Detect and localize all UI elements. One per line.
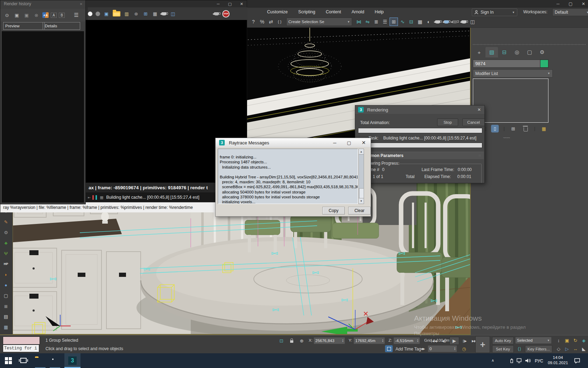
menu-help[interactable]: Help [370, 9, 389, 14]
vfb-progress-grid-icon[interactable]: ▦ [99, 193, 104, 201]
rendering-close-button[interactable]: ✕ [477, 107, 481, 112]
curve-editor-icon[interactable]: ∿ [398, 18, 407, 26]
dining-table[interactable] [136, 237, 438, 335]
workspaces-dropdown[interactable]: Default ▼ [552, 8, 588, 16]
vfb-clear-icon[interactable]: ⊗ [133, 10, 139, 18]
rendering-title-bar[interactable]: 3 Rendering ✕ [355, 105, 484, 114]
time-tag-icon[interactable] [385, 345, 393, 352]
tab-motion[interactable]: ◎ [511, 47, 523, 57]
rh-set-b-icon[interactable]: B [59, 13, 65, 18]
vfb-compare-icon[interactable]: ◫ [170, 10, 176, 18]
raytrace-copy-button[interactable]: Copy [322, 207, 345, 214]
tray-usb-icon[interactable] [510, 358, 514, 364]
isolate-selection-toggle[interactable]: ⊡ [278, 337, 285, 345]
key-filters-button[interactable]: Key Filters... [525, 345, 552, 353]
raytrace-title-bar[interactable]: 3 Raytrace Messages ─ ▢ ✕ [216, 138, 371, 147]
macro-cube-icon[interactable]: ◼ [2, 302, 10, 310]
make-unique-icon[interactable]: ⊞ [509, 125, 517, 132]
macro-hp-icon[interactable]: HP [2, 260, 10, 268]
go-to-start-button[interactable]: |◀◀ [430, 337, 438, 345]
sign-in-button[interactable]: Sign In ▼ [472, 8, 517, 16]
ribbon-toggle-icon[interactable]: ⊞ [390, 18, 398, 26]
render-history-close-button[interactable]: ✕ [80, 2, 83, 6]
tab-hierarchy[interactable]: ⊟ [498, 47, 511, 57]
rh-set-a-icon[interactable]: A [51, 13, 57, 18]
play-button[interactable]: ▶ [449, 337, 459, 345]
zoom-extents-icon[interactable]: ▣ [563, 337, 571, 344]
show-end-result-icon[interactable]: ▯ [491, 125, 499, 132]
macro-sphere-icon[interactable]: ● [2, 281, 10, 289]
macro-tool-icon[interactable]: ⚙ [2, 229, 10, 236]
tray-speaker-icon[interactable] [525, 358, 531, 364]
x-coordinate-field[interactable]: 25676,843 ▴▾ [314, 337, 345, 344]
maxscript-mini-listener-pink[interactable] [3, 336, 40, 345]
macro-doc-icon[interactable]: ▤ [2, 313, 10, 320]
maxscript-mini-listener[interactable]: Testing for i [3, 345, 39, 352]
selection-lock-toggle[interactable] [288, 337, 295, 345]
zoom-icon[interactable]: ↕ [554, 337, 563, 344]
tab-create[interactable]: + [473, 47, 485, 57]
menu-scripting[interactable]: Scripting [293, 9, 321, 14]
vfb-render-last-icon[interactable] [161, 12, 167, 15]
macro-tree-icon[interactable]: ♣ [2, 239, 10, 247]
render-setup-icon[interactable] [433, 18, 442, 26]
vfb-rgb-channel-icon[interactable] [88, 12, 92, 16]
set-key-button[interactable]: Set Key [492, 345, 514, 353]
scrollbar-thumb[interactable] [359, 188, 364, 199]
rh-save-icon[interactable]: ▣ [13, 11, 21, 19]
dope-sheet-icon[interactable]: ▦ [416, 18, 424, 26]
key-mode-dropdown[interactable]: Selected ▼ [515, 337, 552, 344]
rh-preview-area[interactable] [2, 31, 84, 203]
macro-grid-icon[interactable]: ▦ [2, 323, 10, 331]
rendered-frame-window-icon[interactable] [442, 18, 450, 26]
walkthrough-icon[interactable]: ▷ [563, 345, 571, 353]
rendering-stop-button[interactable]: Stop [437, 118, 458, 126]
orbit-icon[interactable]: ↻ [571, 337, 580, 344]
selection-set-dropdown[interactable]: Create Selection Se ▼ [286, 18, 352, 26]
key-tangents-icon[interactable]: ⟨⟩ [515, 345, 524, 353]
app-close-button[interactable]: ✕ [582, 1, 585, 6]
vfb-duplicate-icon[interactable]: ⊞ [142, 10, 149, 18]
configure-modifier-sets-icon[interactable]: ▦ [540, 125, 548, 132]
taskbar-3dsmax-active[interactable]: 3 [64, 353, 80, 368]
tab-modify[interactable]: ▧ [485, 47, 498, 57]
add-time-tag[interactable]: Add Time Tag [396, 347, 421, 352]
scrollbar-up-icon[interactable]: ▲ [359, 149, 364, 155]
vfb-load-icon[interactable] [113, 11, 120, 16]
rh-tab-preview[interactable]: Preview [3, 22, 45, 30]
vfb-stop-button[interactable]: STOP [222, 10, 230, 18]
time-configuration-button[interactable]: ◷ [460, 345, 468, 353]
tray-chevron-icon[interactable]: ∧ [491, 358, 494, 363]
tray-clock[interactable]: 14:04 09.01.2021 [547, 355, 569, 366]
render-iterative-icon[interactable]: ≈ [460, 18, 468, 26]
macro-grass-icon[interactable]: Ψ [2, 250, 10, 257]
layer-manager-icon[interactable]: ≣ [372, 18, 380, 26]
raytrace-scrollbar[interactable]: ▲ ▼ [358, 149, 364, 204]
sign-in-dropdown-arrow[interactable]: ▼ [512, 11, 515, 14]
object-color-swatch[interactable] [540, 60, 548, 68]
rollout-grip-icon[interactable]: ∷ [479, 154, 481, 157]
vfb-render-icon[interactable] [214, 12, 219, 15]
menu-content[interactable]: Content [321, 9, 346, 14]
vfb-pixel-info-icon[interactable]: ▦ [152, 10, 158, 18]
raytrace-minimize-button[interactable]: ─ [333, 140, 336, 145]
open-in-cloud-icon[interactable]: ◫ [468, 18, 477, 26]
macro-brush-icon[interactable]: ✎ [2, 218, 10, 226]
common-parameters-rollout[interactable]: Common Parameters ∷ [356, 152, 484, 159]
rh-save-as-icon[interactable]: ▣ [23, 11, 30, 19]
vfb-clipboard-icon[interactable]: ▥ [124, 10, 130, 18]
vfb-minimize-button[interactable]: ─ [217, 2, 220, 6]
menu-customize[interactable]: Customize [262, 9, 293, 14]
rh-options-menu-icon[interactable]: ☰ [72, 11, 80, 19]
percent-snap-icon[interactable]: % [258, 18, 266, 26]
vfb-progress-prev-icon[interactable]: ⇤ [88, 196, 91, 199]
rh-delete-icon[interactable]: ⊗ [33, 11, 40, 19]
macro-region-icon[interactable]: ▢ [2, 292, 10, 299]
mirror-icon[interactable]: ⋈ [355, 18, 363, 26]
rendering-cancel-button[interactable]: Cancel [462, 118, 485, 126]
vfb-save-icon[interactable]: ▣ [103, 10, 110, 18]
panel-grip[interactable] [473, 44, 586, 45]
rh-power-icon[interactable]: ⊙ [3, 11, 11, 19]
object-name-field[interactable]: 9874 [473, 60, 543, 68]
task-view-button[interactable] [20, 358, 27, 363]
